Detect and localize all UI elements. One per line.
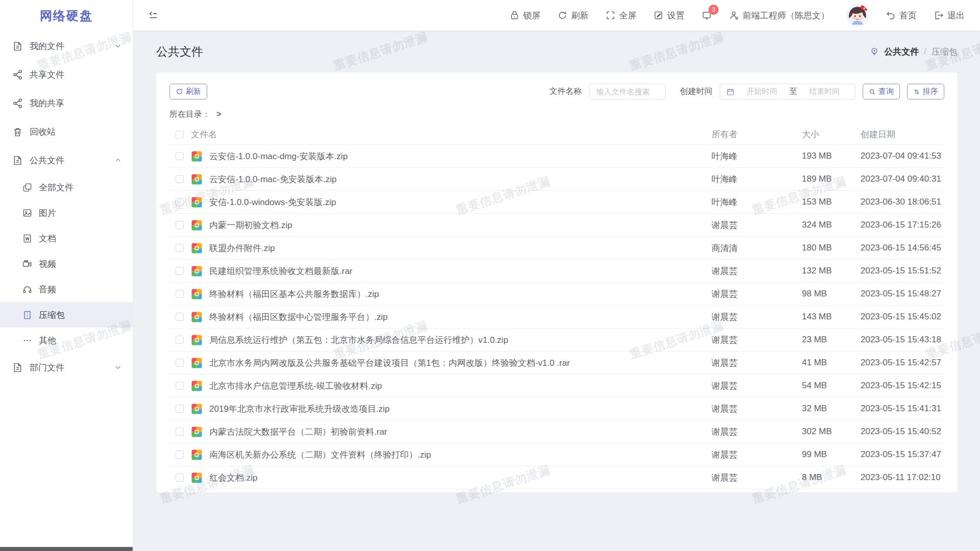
table-row[interactable]: 北京市水务局内网改版及公共服务基础平台建设项目（第1包：内网改版）终验验文档-v…	[169, 352, 944, 374]
query-button[interactable]: 查询	[863, 84, 900, 99]
refresh-label: 刷新	[571, 10, 589, 21]
sidebar-item-my-shares[interactable]: 我的共享	[0, 89, 133, 117]
file-created: 2023-07-04 09:40:31	[861, 174, 944, 184]
fullscreen-label: 全屏	[619, 10, 636, 21]
row-checkbox[interactable]	[176, 359, 184, 367]
table-row[interactable]: 2019年北京市水行政审批系统升级改造项目.zip 谢晨芸 32 MB 2023…	[169, 397, 944, 420]
row-checkbox[interactable]	[176, 221, 184, 229]
refresh-icon	[176, 88, 183, 95]
lock-screen-button[interactable]: 锁屏	[509, 10, 541, 21]
table-row[interactable]: 北京市排水户信息管理系统-竣工验收材料.zip 谢晨芸 54 MB 2023-0…	[169, 374, 944, 397]
row-checkbox[interactable]	[176, 152, 184, 160]
table-row[interactable]: 云安信-1.0.0-mac-免安装版本.zip 叶海峰 189 MB 2023-…	[169, 168, 944, 191]
sidebar-item-public-files[interactable]: 公共文件	[0, 146, 133, 174]
file-name[interactable]: 南海区机关新办公系统（二期）文件资料（终验打印）.zip	[209, 449, 712, 461]
table-row[interactable]: 联盟办件附件.zip 商清清 180 MB 2023-06-15 14:56:4…	[169, 237, 944, 260]
zip-archive-icon	[191, 173, 209, 185]
sidebar-item-all-files[interactable]: 全部文件	[0, 174, 133, 200]
select-all-checkbox[interactable]	[176, 131, 184, 139]
file-name[interactable]: 民建组织管理系统验收文档最新版.rar	[209, 265, 712, 277]
row-checkbox[interactable]	[176, 175, 184, 183]
created-time-label: 创建时间	[680, 86, 713, 97]
sidebar-item-videos[interactable]: 视频	[0, 251, 133, 277]
row-checkbox[interactable]	[176, 198, 184, 206]
file-created: 2023-05-15 15:51:52	[861, 266, 944, 276]
sidebar-item-images[interactable]: 图片	[0, 200, 133, 226]
user-avatar[interactable]	[846, 4, 869, 27]
file-name[interactable]: 云安信-1.0.0-mac-免安装版本.zip	[209, 173, 712, 185]
sort-arrows-icon	[913, 88, 920, 95]
row-checkbox[interactable]	[176, 290, 184, 298]
file-name[interactable]: 内蒙古法院大数据平台（二期）初验前资料.rar	[209, 426, 712, 438]
row-checkbox[interactable]	[176, 428, 184, 436]
table-row[interactable]: 云安信-1.0.0-mac-dmg-安装版本.zip 叶海峰 193 MB 20…	[169, 145, 944, 168]
sidebar-item-documents[interactable]: 文档	[0, 226, 133, 251]
row-checkbox[interactable]	[176, 267, 184, 275]
table-row[interactable]: 南海区机关新办公系统（二期）文件资料（终验打印）.zip 谢晨芸 99 MB 2…	[169, 443, 944, 466]
file-name[interactable]: 云安信-1.0.0-mac-dmg-安装版本.zip	[209, 151, 712, 162]
location-pin-icon	[870, 47, 879, 56]
user-menu[interactable]: 前端工程师（陈思文）	[729, 10, 829, 21]
notifications-button[interactable]: 3	[701, 10, 712, 21]
filename-search-input[interactable]	[589, 84, 666, 99]
sidebar-item-archives[interactable]: 压缩包	[0, 302, 133, 328]
sidebar-item-recycle-bin[interactable]: 回收站	[0, 117, 133, 146]
sidebar-item-dept-files[interactable]: 部门文件	[0, 353, 133, 382]
row-checkbox[interactable]	[176, 382, 184, 390]
row-checkbox[interactable]	[176, 336, 184, 344]
breadcrumb-current: 压缩包	[932, 46, 958, 58]
settings-button[interactable]: 设置	[653, 10, 684, 21]
file-owner: 谢晨芸	[712, 426, 802, 438]
sidebar-item-other[interactable]: 其他	[0, 328, 133, 353]
home-button[interactable]: 首页	[886, 10, 917, 21]
range-separator: 至	[790, 87, 797, 96]
column-header-name: 文件名	[191, 129, 712, 140]
row-checkbox[interactable]	[176, 313, 184, 321]
file-name[interactable]: 终验材料（福田区基本公共服务数据库）.zip	[209, 288, 712, 300]
file-name[interactable]: 北京市排水户信息管理系统-竣工验收材料.zip	[209, 380, 712, 392]
fullscreen-icon	[605, 10, 616, 20]
table-row[interactable]: 内蒙古法院大数据平台（二期）初验前资料.rar 谢晨芸 302 MB 2023-…	[169, 420, 944, 443]
table-row[interactable]: 民建组织管理系统验收文档最新版.rar 谢晨芸 132 MB 2023-05-1…	[169, 260, 944, 283]
file-name[interactable]: 局信息系统运行维护（第五包：北京市水务局综合信息平台运行维护）v1.0.zip	[209, 334, 712, 346]
file-name[interactable]: 内蒙一期初验文档.zip	[209, 219, 712, 231]
back-home-icon	[886, 10, 896, 20]
zip-archive-icon	[191, 265, 209, 277]
breadcrumb-root[interactable]: 公共文件	[884, 46, 919, 58]
file-created: 2023-06-15 17:15:26	[861, 220, 944, 230]
row-checkbox[interactable]	[176, 473, 184, 482]
table-row[interactable]: 内蒙一期初验文档.zip 谢晨芸 324 MB 2023-06-15 17:15…	[169, 214, 944, 237]
sidebar-item-shared-files[interactable]: 共享文件	[0, 60, 133, 89]
refresh-button[interactable]: 刷新	[557, 10, 589, 21]
fullscreen-button[interactable]: 全屏	[605, 10, 636, 21]
file-name[interactable]: 联盟办件附件.zip	[209, 242, 712, 254]
table-body: 云安信-1.0.0-mac-dmg-安装版本.zip 叶海峰 193 MB 20…	[169, 145, 944, 489]
sidebar-item-audio[interactable]: 音频	[0, 277, 133, 302]
user-icon	[729, 10, 739, 20]
sidebar-scrollbar[interactable]	[0, 547, 133, 551]
table-row[interactable]: 终验材料（福田区基本公共服务数据库）.zip 谢晨芸 98 MB 2023-05…	[169, 283, 944, 306]
file-table: 文件名 所有者 大小 创建日期 云安信-1.0.0-mac-dmg-安装版本.z…	[169, 124, 944, 489]
file-name[interactable]: 终验材料（福田区数据中心管理服务平台）.zip	[209, 311, 712, 323]
table-row[interactable]: 局信息系统运行维护（第五包：北京市水务局综合信息平台运行维护）v1.0.zip …	[169, 329, 944, 352]
collapse-sidebar-icon[interactable]	[148, 10, 159, 21]
file-name[interactable]: 红会文档.zip	[209, 472, 712, 484]
row-checkbox[interactable]	[176, 244, 184, 252]
table-row[interactable]: 红会文档.zip 谢晨芸 8 MB 2023-05-11 17:02:10	[169, 466, 944, 489]
file-name[interactable]: 安信-1.0.0-windows-免安装版.zip	[209, 196, 712, 208]
row-checkbox[interactable]	[176, 450, 184, 459]
row-checkbox[interactable]	[176, 405, 184, 413]
zip-archive-icon	[191, 426, 209, 438]
date-range-picker[interactable]: 开始时间 至 结束时间	[720, 84, 855, 99]
image-icon	[22, 208, 32, 218]
file-name[interactable]: 2019年北京市水行政审批系统升级改造项目.zip	[209, 403, 712, 415]
sort-button[interactable]: 排序	[907, 84, 944, 99]
table-row[interactable]: 终验材料（福田区数据中心管理服务平台）.zip 谢晨芸 143 MB 2023-…	[169, 306, 944, 329]
file-name[interactable]: 北京市水务局内网改版及公共服务基础平台建设项目（第1包：内网改版）终验验文档-v…	[209, 357, 712, 369]
zip-archive-icon	[191, 151, 209, 162]
file-size: 143 MB	[802, 312, 861, 322]
logout-button[interactable]: 退出	[934, 10, 965, 21]
sidebar-item-my-files[interactable]: 我的文件	[0, 32, 133, 60]
refresh-list-button[interactable]: 刷新	[169, 84, 207, 99]
table-row[interactable]: 安信-1.0.0-windows-免安装版.zip 叶海峰 153 MB 202…	[169, 191, 944, 214]
